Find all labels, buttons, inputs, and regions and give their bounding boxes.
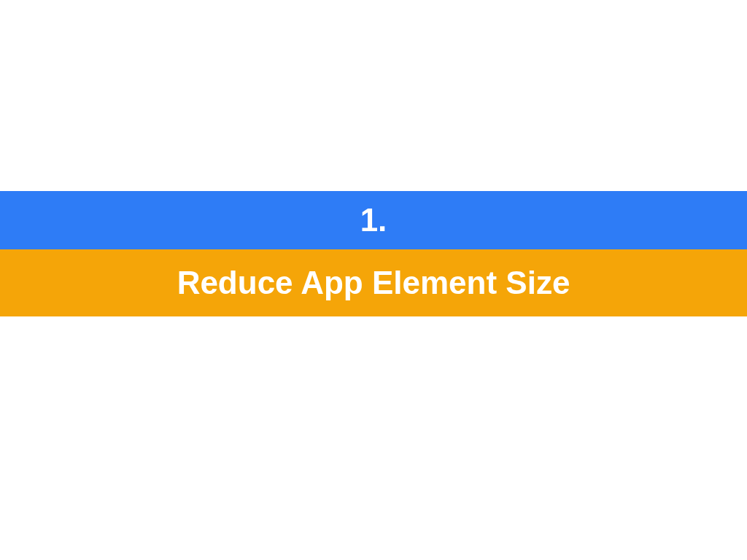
slide-number: 1.: [360, 202, 387, 238]
banner-title-section: Reduce App Element Size: [0, 249, 747, 316]
slide-banner: 1. Reduce App Element Size: [0, 191, 747, 316]
banner-number-section: 1.: [0, 191, 747, 249]
slide-title: Reduce App Element Size: [177, 265, 570, 301]
